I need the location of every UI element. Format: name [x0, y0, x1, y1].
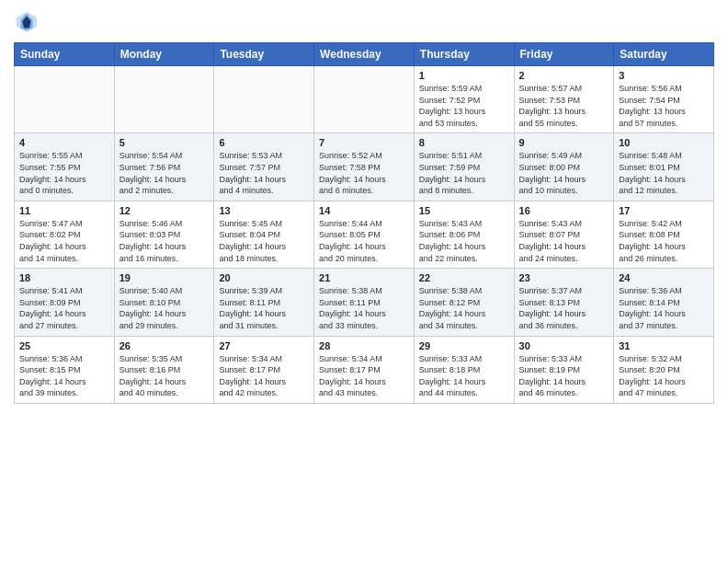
day-number: 17	[619, 205, 709, 216]
day-info: Sunrise: 5:59 AM Sunset: 7:52 PM Dayligh…	[419, 83, 509, 129]
calendar-cell: 8Sunrise: 5:51 AM Sunset: 7:59 PM Daylig…	[414, 133, 514, 201]
day-info: Sunrise: 5:53 AM Sunset: 7:57 PM Dayligh…	[219, 150, 309, 196]
day-number: 20	[219, 272, 309, 283]
logo-icon	[14, 9, 40, 35]
calendar-cell	[314, 66, 415, 133]
calendar-cell: 31Sunrise: 5:32 AM Sunset: 8:20 PM Dayli…	[614, 336, 714, 403]
calendar-cell: 18Sunrise: 5:41 AM Sunset: 8:09 PM Dayli…	[15, 269, 115, 336]
day-info: Sunrise: 5:46 AM Sunset: 8:03 PM Dayligh…	[119, 218, 210, 264]
weekday-header-sunday: Sunday	[15, 43, 115, 66]
calendar-cell: 28Sunrise: 5:34 AM Sunset: 8:17 PM Dayli…	[314, 336, 415, 403]
day-number: 6	[219, 137, 309, 148]
day-info: Sunrise: 5:38 AM Sunset: 8:11 PM Dayligh…	[319, 285, 409, 331]
day-info: Sunrise: 5:34 AM Sunset: 8:17 PM Dayligh…	[319, 353, 409, 399]
day-info: Sunrise: 5:35 AM Sunset: 8:16 PM Dayligh…	[119, 353, 210, 399]
day-number: 26	[119, 340, 210, 351]
day-info: Sunrise: 5:34 AM Sunset: 8:17 PM Dayligh…	[219, 353, 309, 399]
calendar-cell: 4Sunrise: 5:55 AM Sunset: 7:55 PM Daylig…	[15, 133, 115, 201]
weekday-header-saturday: Saturday	[614, 43, 714, 66]
calendar-week-5: 25Sunrise: 5:36 AM Sunset: 8:15 PM Dayli…	[15, 336, 714, 403]
calendar-cell: 22Sunrise: 5:38 AM Sunset: 8:12 PM Dayli…	[414, 269, 514, 336]
day-info: Sunrise: 5:33 AM Sunset: 8:19 PM Dayligh…	[519, 353, 609, 399]
day-number: 28	[319, 340, 409, 351]
calendar-cell: 5Sunrise: 5:54 AM Sunset: 7:56 PM Daylig…	[114, 133, 214, 201]
logo	[14, 9, 43, 35]
day-info: Sunrise: 5:47 AM Sunset: 8:02 PM Dayligh…	[19, 218, 109, 264]
day-number: 24	[619, 272, 709, 283]
day-number: 22	[419, 272, 509, 283]
calendar-cell: 11Sunrise: 5:47 AM Sunset: 8:02 PM Dayli…	[15, 201, 115, 268]
weekday-header-tuesday: Tuesday	[214, 43, 314, 66]
day-number: 30	[519, 340, 609, 351]
day-number: 9	[519, 137, 609, 148]
day-number: 12	[119, 205, 210, 216]
day-info: Sunrise: 5:40 AM Sunset: 8:10 PM Dayligh…	[119, 285, 210, 331]
day-number: 31	[619, 340, 709, 351]
calendar-cell: 15Sunrise: 5:43 AM Sunset: 8:06 PM Dayli…	[414, 201, 514, 268]
day-number: 14	[319, 205, 409, 216]
calendar-cell: 9Sunrise: 5:49 AM Sunset: 8:00 PM Daylig…	[514, 133, 614, 201]
day-info: Sunrise: 5:56 AM Sunset: 7:54 PM Dayligh…	[619, 83, 709, 129]
page: SundayMondayTuesdayWednesdayThursdayFrid…	[0, 0, 728, 563]
calendar-cell: 13Sunrise: 5:45 AM Sunset: 8:04 PM Dayli…	[214, 201, 314, 268]
calendar-table: SundayMondayTuesdayWednesdayThursdayFrid…	[14, 42, 714, 404]
day-number: 7	[319, 137, 409, 148]
day-info: Sunrise: 5:36 AM Sunset: 8:15 PM Dayligh…	[19, 353, 109, 399]
calendar-cell	[214, 66, 314, 133]
day-number: 2	[519, 70, 609, 81]
day-number: 13	[219, 205, 309, 216]
day-info: Sunrise: 5:55 AM Sunset: 7:55 PM Dayligh…	[19, 150, 109, 196]
day-number: 11	[19, 205, 109, 216]
calendar-cell: 14Sunrise: 5:44 AM Sunset: 8:05 PM Dayli…	[314, 201, 415, 268]
calendar-cell: 24Sunrise: 5:36 AM Sunset: 8:14 PM Dayli…	[614, 269, 714, 336]
calendar-cell: 16Sunrise: 5:43 AM Sunset: 8:07 PM Dayli…	[514, 201, 614, 268]
day-number: 27	[219, 340, 309, 351]
day-number: 1	[419, 70, 509, 81]
calendar-cell: 3Sunrise: 5:56 AM Sunset: 7:54 PM Daylig…	[614, 66, 714, 133]
weekday-header-friday: Friday	[514, 43, 614, 66]
day-info: Sunrise: 5:38 AM Sunset: 8:12 PM Dayligh…	[419, 285, 509, 331]
weekday-header-thursday: Thursday	[414, 43, 514, 66]
day-number: 15	[419, 205, 509, 216]
calendar-cell: 26Sunrise: 5:35 AM Sunset: 8:16 PM Dayli…	[114, 336, 214, 403]
day-number: 21	[319, 272, 409, 283]
calendar-cell: 29Sunrise: 5:33 AM Sunset: 8:18 PM Dayli…	[414, 336, 514, 403]
day-info: Sunrise: 5:45 AM Sunset: 8:04 PM Dayligh…	[219, 218, 309, 264]
calendar-week-3: 11Sunrise: 5:47 AM Sunset: 8:02 PM Dayli…	[15, 201, 714, 268]
calendar-cell: 27Sunrise: 5:34 AM Sunset: 8:17 PM Dayli…	[214, 336, 314, 403]
calendar-cell: 25Sunrise: 5:36 AM Sunset: 8:15 PM Dayli…	[15, 336, 115, 403]
day-info: Sunrise: 5:37 AM Sunset: 8:13 PM Dayligh…	[519, 285, 609, 331]
calendar-cell	[114, 66, 214, 133]
day-info: Sunrise: 5:48 AM Sunset: 8:01 PM Dayligh…	[619, 150, 709, 196]
day-info: Sunrise: 5:43 AM Sunset: 8:07 PM Dayligh…	[519, 218, 609, 264]
calendar-cell: 2Sunrise: 5:57 AM Sunset: 7:53 PM Daylig…	[514, 66, 614, 133]
calendar-cell: 23Sunrise: 5:37 AM Sunset: 8:13 PM Dayli…	[514, 269, 614, 336]
calendar-cell: 20Sunrise: 5:39 AM Sunset: 8:11 PM Dayli…	[214, 269, 314, 336]
day-number: 5	[119, 137, 210, 148]
day-number: 16	[519, 205, 609, 216]
day-number: 8	[419, 137, 509, 148]
day-info: Sunrise: 5:57 AM Sunset: 7:53 PM Dayligh…	[519, 83, 609, 129]
day-number: 18	[19, 272, 109, 283]
weekday-header-row: SundayMondayTuesdayWednesdayThursdayFrid…	[15, 43, 714, 66]
day-info: Sunrise: 5:39 AM Sunset: 8:11 PM Dayligh…	[219, 285, 309, 331]
calendar-cell: 6Sunrise: 5:53 AM Sunset: 7:57 PM Daylig…	[214, 133, 314, 201]
day-info: Sunrise: 5:42 AM Sunset: 8:08 PM Dayligh…	[619, 218, 709, 264]
day-info: Sunrise: 5:33 AM Sunset: 8:18 PM Dayligh…	[419, 353, 509, 399]
day-number: 10	[619, 137, 709, 148]
calendar-cell: 12Sunrise: 5:46 AM Sunset: 8:03 PM Dayli…	[114, 201, 214, 268]
header	[14, 9, 714, 35]
day-number: 4	[19, 137, 109, 148]
day-info: Sunrise: 5:51 AM Sunset: 7:59 PM Dayligh…	[419, 150, 509, 196]
day-info: Sunrise: 5:43 AM Sunset: 8:06 PM Dayligh…	[419, 218, 509, 264]
calendar-cell: 19Sunrise: 5:40 AM Sunset: 8:10 PM Dayli…	[114, 269, 214, 336]
day-info: Sunrise: 5:52 AM Sunset: 7:58 PM Dayligh…	[319, 150, 409, 196]
calendar-cell: 1Sunrise: 5:59 AM Sunset: 7:52 PM Daylig…	[414, 66, 514, 133]
calendar-cell: 10Sunrise: 5:48 AM Sunset: 8:01 PM Dayli…	[614, 133, 714, 201]
day-number: 19	[119, 272, 210, 283]
day-info: Sunrise: 5:54 AM Sunset: 7:56 PM Dayligh…	[119, 150, 210, 196]
day-info: Sunrise: 5:41 AM Sunset: 8:09 PM Dayligh…	[19, 285, 109, 331]
day-number: 3	[619, 70, 709, 81]
calendar-week-2: 4Sunrise: 5:55 AM Sunset: 7:55 PM Daylig…	[15, 133, 714, 201]
calendar-week-1: 1Sunrise: 5:59 AM Sunset: 7:52 PM Daylig…	[15, 66, 714, 133]
